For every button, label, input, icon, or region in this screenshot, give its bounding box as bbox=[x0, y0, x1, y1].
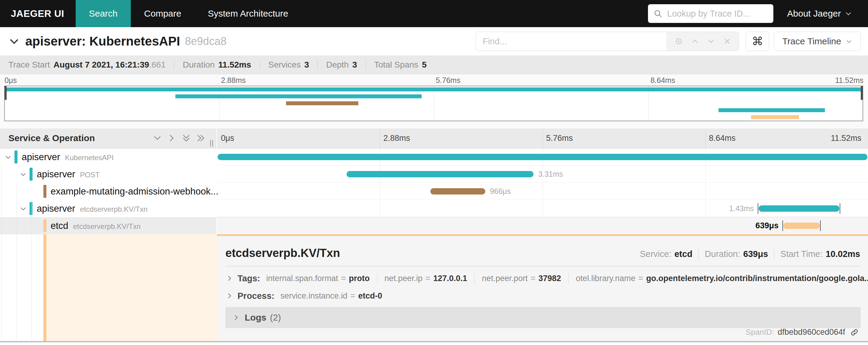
logs-expander[interactable]: Logs (2) bbox=[225, 307, 861, 328]
summary-services: Services 3 bbox=[259, 60, 309, 70]
span-operation: etcdserverpb.KV/Txn bbox=[80, 205, 148, 213]
timeline-minimap[interactable] bbox=[4, 86, 863, 121]
collapse-trace-chevron-icon[interactable] bbox=[8, 36, 20, 47]
minimap-span-bar bbox=[176, 94, 422, 98]
span-id-value: dfbebd960ced064f bbox=[778, 327, 845, 337]
span-detail-tint bbox=[46, 234, 217, 341]
detail-duration: 639μs bbox=[743, 249, 768, 259]
span-name-cell[interactable]: apiserverKubernetesAPI bbox=[0, 148, 217, 166]
span-operation: etcdserverpb.KV/Txn bbox=[73, 222, 141, 230]
minimap-tick: 2.88ms bbox=[221, 76, 246, 85]
detail-start-time: 10.02ms bbox=[826, 249, 861, 259]
chevron-right-icon bbox=[225, 275, 233, 282]
jaeger-trace-page: JAEGER UI Search Compare System Architec… bbox=[0, 0, 868, 345]
service-operation-header: Service & Operation bbox=[0, 128, 217, 148]
minimap-tick: 8.64ms bbox=[650, 76, 675, 85]
chevron-down-icon[interactable] bbox=[4, 153, 12, 161]
span-duration-label: 3.31ms bbox=[538, 166, 563, 183]
trace-header: apiserver: KubernetesAPI 8e9dca8 ⌘ Trace… bbox=[0, 27, 868, 56]
span-duration-bar[interactable] bbox=[430, 188, 485, 195]
find-controls bbox=[667, 32, 739, 51]
span-duration-bar[interactable] bbox=[758, 205, 839, 212]
chevron-down-icon[interactable] bbox=[19, 205, 27, 212]
span-color-bar bbox=[43, 219, 46, 232]
span-operation: KubernetesAPI bbox=[65, 153, 114, 162]
collapse-all-icon[interactable] bbox=[181, 133, 191, 143]
trace-id-short: 8e9dca8 bbox=[185, 35, 227, 48]
chevron-right-icon bbox=[232, 314, 240, 321]
match-highlight-icon[interactable] bbox=[674, 37, 683, 46]
nav-tab-search[interactable]: Search bbox=[76, 0, 131, 27]
summary-total-spans: Total Spans 5 bbox=[366, 60, 427, 70]
summary-duration: Duration 11.52ms bbox=[174, 60, 251, 70]
about-jaeger-menu[interactable]: About Jaeger bbox=[787, 8, 852, 19]
process-item: service.instance.id=etcd-0 bbox=[281, 291, 382, 301]
find-input[interactable] bbox=[476, 32, 667, 51]
logs-count: (2) bbox=[270, 312, 281, 323]
tag-item: net.peer.ip=127.0.0.1 bbox=[384, 274, 467, 283]
span-duration-bar[interactable] bbox=[783, 223, 820, 229]
trace-summary-bar: Trace Start August 7 2021, 16:21:39 .661… bbox=[0, 56, 868, 74]
trace-view-dropdown[interactable]: Trace Timeline bbox=[774, 32, 861, 51]
process-expander[interactable]: Process: service.instance.id=etcd-0 bbox=[225, 289, 861, 303]
chevron-down-icon[interactable] bbox=[19, 170, 27, 178]
top-nav: JAEGER UI Search Compare System Architec… bbox=[0, 0, 868, 27]
span-detail-title: etcdserverpb.KV/Txn bbox=[225, 247, 340, 260]
minimap-time-labels: 0μs 2.88ms 5.76ms 8.64ms 11.52ms bbox=[4, 76, 864, 85]
minimap-span-bar bbox=[6, 87, 862, 91]
expand-all-icon[interactable] bbox=[195, 133, 206, 143]
span-detail-gutter bbox=[0, 234, 217, 341]
span-name-cell[interactable]: apiserveretcdserverpb.KV/Txn bbox=[0, 200, 217, 217]
trace-id-input[interactable] bbox=[667, 8, 768, 19]
minimap-span-bar bbox=[286, 101, 358, 105]
header-gridline bbox=[542, 128, 543, 148]
prev-match-icon[interactable] bbox=[690, 37, 700, 46]
chevron-down-icon bbox=[844, 10, 852, 18]
span-grid-header: Service & Operation 0μs 2.88ms 5.76ms 8.… bbox=[0, 128, 868, 148]
nav-tab-compare[interactable]: Compare bbox=[131, 0, 194, 27]
span-service: apiserver bbox=[37, 169, 75, 179]
minimap-right-drag-handle[interactable] bbox=[861, 86, 863, 100]
column-resize-handle[interactable] bbox=[210, 140, 214, 147]
tags-expander[interactable]: Tags: internal.span.format=proto net.pee… bbox=[225, 271, 861, 285]
span-row-webhook: example-mutating-admission-webhook... 96… bbox=[0, 183, 868, 200]
jaeger-logo[interactable]: JAEGER UI bbox=[0, 8, 76, 19]
link-icon[interactable] bbox=[850, 328, 859, 337]
keyboard-shortcuts-button[interactable]: ⌘ bbox=[746, 32, 769, 51]
span-color-bar bbox=[43, 185, 46, 198]
minimap-left-drag-handle[interactable] bbox=[4, 86, 7, 100]
span-color-bar bbox=[30, 202, 33, 215]
tag-item: internal.span.format=proto bbox=[266, 274, 370, 283]
minimap-tick: 0μs bbox=[4, 76, 17, 85]
chevron-right-icon bbox=[225, 292, 233, 300]
tag-item: otel.library.name=go.opentelemetry.io/co… bbox=[576, 274, 868, 283]
span-detail-panel: etcdserverpb.KV/Txn Service:etcd Duratio… bbox=[217, 234, 868, 341]
collapse-one-icon[interactable] bbox=[152, 133, 162, 143]
timeline-tick: 11.52ms bbox=[831, 128, 861, 148]
clear-find-icon[interactable] bbox=[723, 37, 732, 46]
span-service: example-mutating-admission-webhook... bbox=[51, 186, 218, 197]
span-duration-bar[interactable] bbox=[218, 154, 867, 160]
span-name-cell[interactable]: apiserverPOST bbox=[0, 166, 217, 183]
minimap-tick: 11.52ms bbox=[835, 76, 864, 85]
next-match-icon[interactable] bbox=[707, 37, 715, 46]
span-name-cell[interactable]: etcdetcdserverpb.KV/Txn bbox=[0, 217, 217, 234]
header-gridline bbox=[705, 128, 706, 148]
span-service: apiserver bbox=[22, 152, 60, 162]
detail-divider bbox=[225, 266, 861, 266]
span-name-cell[interactable]: example-mutating-admission-webhook... bbox=[0, 183, 217, 200]
nav-tab-system-architecture[interactable]: System Architecture bbox=[194, 0, 301, 27]
tag-item: net.peer.port=37982 bbox=[482, 274, 561, 283]
minimap-gridline bbox=[648, 86, 649, 121]
minimap-gridline bbox=[434, 86, 434, 121]
span-operation: POST bbox=[80, 171, 100, 179]
timeline-tick: 5.76ms bbox=[546, 128, 573, 148]
span-duration-bar[interactable] bbox=[347, 171, 533, 177]
span-row-apiserver-post: apiserverPOST 3.31ms bbox=[0, 166, 868, 183]
minimap-span-bar bbox=[718, 108, 825, 112]
span-service: apiserver bbox=[37, 203, 75, 214]
header-gridline bbox=[380, 128, 380, 148]
span-duration-label: 966μs bbox=[490, 183, 511, 200]
expand-one-icon[interactable] bbox=[167, 133, 177, 143]
span-timeline-cell: 1.43ms bbox=[217, 200, 868, 217]
